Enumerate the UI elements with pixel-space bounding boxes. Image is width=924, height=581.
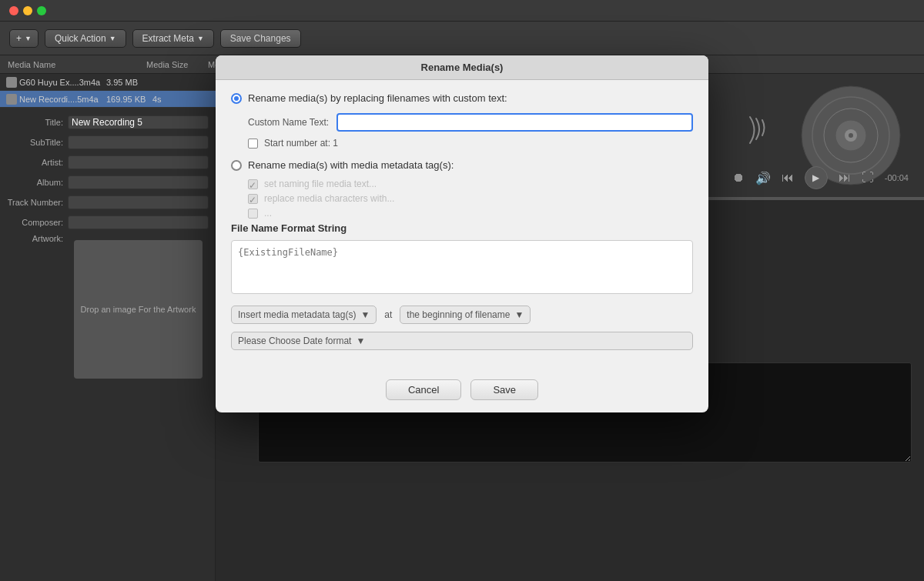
meta-options: ✓ set naming file media text... ✓ replac… <box>248 179 693 219</box>
insert-row: Insert media metadata tag(s) ▼ at the be… <box>231 306 693 324</box>
position-label: the beginning of filename <box>407 309 510 320</box>
meta-checkbox-1: ✓ <box>248 179 258 189</box>
insert-tag-label: Insert media metadata tag(s) <box>238 309 356 320</box>
meta-checkbox-2: ✓ <box>248 194 258 204</box>
start-number-row: Start number at: 1 <box>248 138 693 149</box>
position-caret-icon: ▼ <box>514 309 524 320</box>
start-number-checkbox[interactable] <box>248 139 258 149</box>
meta-option-1: ✓ set naming file media text... <box>248 179 693 189</box>
meta-option-label-3: ... <box>264 208 272 219</box>
date-format-label: Please Choose Date format <box>238 336 351 346</box>
modal-body: Rename media(s) by replacing filenames w… <box>216 80 708 372</box>
option2-label: Rename media(s) with media metadata tag(… <box>248 159 454 171</box>
cancel-button[interactable]: Cancel <box>386 379 461 400</box>
modal-footer: Cancel Save <box>216 372 708 412</box>
file-format-title: File Name Format String <box>231 222 693 234</box>
option2-radio[interactable] <box>231 160 242 171</box>
option1-radio[interactable] <box>231 93 242 104</box>
file-format-section: File Name Format String <box>231 222 693 296</box>
meta-option-label-1: set naming file media text... <box>264 179 377 189</box>
meta-option-2: ✓ replace media characters with... <box>248 193 693 204</box>
custom-name-row: Custom Name Text: <box>248 113 693 132</box>
custom-name-input[interactable] <box>336 113 693 132</box>
custom-name-label: Custom Name Text: <box>248 117 329 128</box>
option1-row[interactable]: Rename media(s) by replacing filenames w… <box>231 92 693 104</box>
option1-label: Rename media(s) by replacing filenames w… <box>248 92 507 104</box>
insert-tag-select[interactable]: Insert media metadata tag(s) ▼ <box>231 306 377 324</box>
modal-title: Rename Media(s) <box>216 55 708 80</box>
modal-overlay: Rename Media(s) Rename media(s) by repla… <box>0 0 924 581</box>
option2-row[interactable]: Rename media(s) with media metadata tag(… <box>231 159 693 171</box>
meta-checkbox-3 <box>248 209 258 219</box>
meta-option-label-2: replace media characters with... <box>264 193 394 204</box>
format-textarea[interactable] <box>231 240 693 294</box>
date-format-select[interactable]: Please Choose Date format ▼ <box>231 332 693 350</box>
meta-option-3: ... <box>248 208 693 219</box>
save-button[interactable]: Save <box>470 379 538 400</box>
date-caret-icon: ▼ <box>356 336 365 346</box>
rename-modal: Rename Media(s) Rename media(s) by repla… <box>216 55 708 412</box>
at-label: at <box>384 309 392 320</box>
start-number-label: Start number at: 1 <box>264 138 338 149</box>
position-select[interactable]: the beginning of filename ▼ <box>400 306 531 324</box>
insert-caret-icon: ▼ <box>360 309 370 320</box>
date-format-row: Please Choose Date format ▼ <box>231 332 693 350</box>
